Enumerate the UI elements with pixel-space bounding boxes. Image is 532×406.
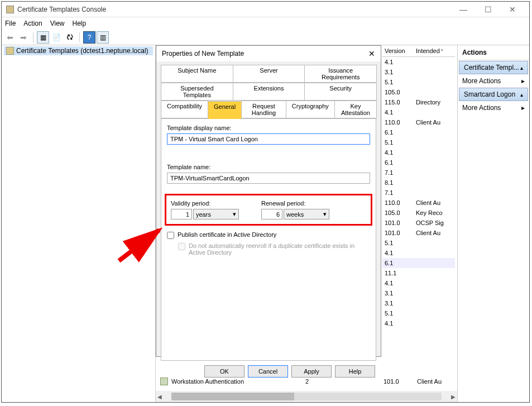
folder-icon [6, 47, 14, 55]
publish-ad-label: Publish certificate in Active Directory [178, 231, 276, 238]
list-row[interactable]: 4.1 [382, 318, 455, 328]
menu-view[interactable]: View [50, 20, 65, 27]
actions-more-2[interactable]: More Actions▸ [458, 102, 529, 114]
toolbar-icon-2[interactable]: 📄 [50, 31, 63, 44]
list-row[interactable]: 4.1 [382, 57, 455, 67]
refresh-button[interactable]: 🗘 [64, 31, 76, 44]
list-row[interactable]: 5.1 [382, 77, 455, 87]
window-title: Certificate Templates Console [17, 6, 451, 13]
template-name-input[interactable] [167, 173, 370, 184]
collapse-icon: ▴ [520, 65, 523, 71]
tree-node-label: Certificate Templates (dctest1.neptune.l… [16, 47, 148, 55]
list-row[interactable]: 105.0Key Reco [382, 208, 455, 218]
tab-key-attestation[interactable]: Key Attestation [334, 101, 377, 118]
cancel-button[interactable]: Cancel [248, 365, 288, 378]
menubar: File Action View Help [2, 17, 529, 30]
validity-label: Validity period: [171, 200, 239, 207]
list-row[interactable]: 110.0Client Au [382, 198, 455, 208]
titlebar: Certificate Templates Console — ☐ ✕ [2, 2, 529, 17]
actions-more-1[interactable]: More Actions▸ [458, 75, 529, 87]
app-icon [6, 6, 14, 13]
back-button[interactable]: ⬅ [4, 31, 16, 44]
tab-extensions[interactable]: Extensions [233, 83, 305, 101]
col-intended[interactable]: Intended⌃ [414, 47, 453, 54]
tab-request-handling[interactable]: Request Handling [241, 101, 286, 118]
tab-cryptography[interactable]: Cryptography [286, 101, 335, 118]
tab-subject-name[interactable]: Subject Name [161, 65, 233, 83]
tab-superseded[interactable]: Superseded Templates [161, 83, 233, 101]
ok-button[interactable]: OK [204, 365, 245, 378]
highlight-box: Validity period: years▾ Renewal period: [165, 194, 372, 226]
horizontal-scrollbar[interactable]: ◀ ▶ [156, 391, 457, 402]
help-icon[interactable]: ? [83, 31, 95, 44]
renewal-number-input[interactable] [261, 209, 282, 219]
chevron-down-icon: ▾ [323, 211, 327, 218]
list-row[interactable]: 5.1 [382, 137, 455, 147]
chevron-right-icon: ▸ [521, 104, 525, 112]
list-row[interactable]: 4.1 [382, 278, 455, 288]
list-row[interactable]: 6.1 [382, 258, 455, 268]
list-row[interactable]: 110.0Client Au [382, 117, 455, 127]
actions-smartcard-logon[interactable]: Smartcard Logon▴ [459, 88, 528, 101]
list-row[interactable]: 6.1 [382, 157, 455, 168]
chevron-down-icon: ▾ [233, 211, 236, 218]
tab-server[interactable]: Server [233, 65, 305, 83]
validity-number-input[interactable] [171, 209, 192, 219]
help-button[interactable]: Help [335, 365, 375, 378]
list-row[interactable]: 4.1 [382, 107, 455, 117]
list-row[interactable]: 7.1 [382, 188, 455, 198]
maximize-button[interactable]: ☐ [476, 2, 500, 17]
actions-pane: Actions Certificate Templ...▴ More Actio… [457, 45, 529, 402]
properties-dialog: Properties of New Template ✕ Subject Nam… [156, 45, 381, 357]
dialog-title: Properties of New Template [162, 50, 244, 58]
list-row[interactable]: 11.1 [382, 268, 455, 278]
renewal-unit-select[interactable]: weeks▾ [284, 209, 329, 219]
no-reenroll-checkbox [178, 243, 185, 250]
tab-security[interactable]: Security [304, 83, 377, 101]
list-row[interactable]: 3.1 [382, 67, 455, 77]
tab-compatibility[interactable]: Compatibility [161, 101, 208, 118]
minimize-button[interactable]: — [451, 2, 476, 17]
close-button[interactable]: ✕ [500, 2, 525, 17]
list-row[interactable]: 8.1 [382, 178, 455, 188]
list-row[interactable]: 105.0 [382, 87, 455, 97]
menu-help[interactable]: Help [73, 20, 87, 27]
display-name-input[interactable] [167, 133, 370, 145]
no-reenroll-label: Do not automatically reenroll if a dupli… [189, 242, 357, 256]
actions-cert-templates[interactable]: Certificate Templ...▴ [459, 61, 528, 74]
forward-button[interactable]: ➡ [17, 31, 30, 44]
renewal-label: Renewal period: [261, 200, 329, 207]
template-name-label: Template name: [167, 164, 370, 170]
toolbar: ⬅ ➡ ▦ 📄 🗘 ? ▥ [2, 30, 529, 45]
display-name-label: Template display name: [167, 125, 370, 131]
tree-node-cert-templates[interactable]: Certificate Templates (dctest1.neptune.l… [4, 46, 153, 55]
list-row[interactable]: 4.1 [382, 248, 455, 258]
annotation-arrow [113, 222, 169, 266]
actions-title: Actions [458, 45, 529, 60]
toolbar-icon-1[interactable]: ▦ [37, 31, 49, 44]
list-row[interactable]: 101.0Client Au [382, 228, 455, 238]
list-row[interactable]: 101.0OCSP Sig [382, 218, 455, 228]
chevron-right-icon: ▸ [521, 77, 525, 85]
tab-general[interactable]: General [208, 101, 242, 119]
list-row[interactable]: 4.1 [382, 147, 455, 157]
validity-unit-select[interactable]: years▾ [193, 209, 239, 219]
list-row[interactable]: 5.1 [382, 308, 455, 318]
list-row[interactable]: 3.1 [382, 298, 455, 308]
dialog-close-button[interactable]: ✕ [368, 49, 375, 58]
col-version[interactable]: Version [382, 47, 414, 54]
tab-issuance[interactable]: Issuance Requirements [304, 65, 377, 83]
template-list: Version Intended⌃ 4.13.15.1105.0115.0Dir… [382, 45, 455, 367]
apply-button[interactable]: Apply [291, 365, 332, 378]
list-row[interactable]: 115.0Directory [382, 97, 455, 107]
toolbar-icon-3[interactable]: ▥ [97, 31, 109, 44]
menu-action[interactable]: Action [23, 20, 42, 27]
collapse-icon: ▴ [520, 92, 523, 98]
svg-line-0 [119, 230, 159, 261]
list-row[interactable]: 3.1 [382, 288, 455, 298]
list-row[interactable]: 6.1 [382, 127, 455, 137]
list-row[interactable]: 7.1 [382, 168, 455, 178]
list-row[interactable]: 5.1 [382, 238, 455, 248]
menu-file[interactable]: File [5, 20, 16, 27]
